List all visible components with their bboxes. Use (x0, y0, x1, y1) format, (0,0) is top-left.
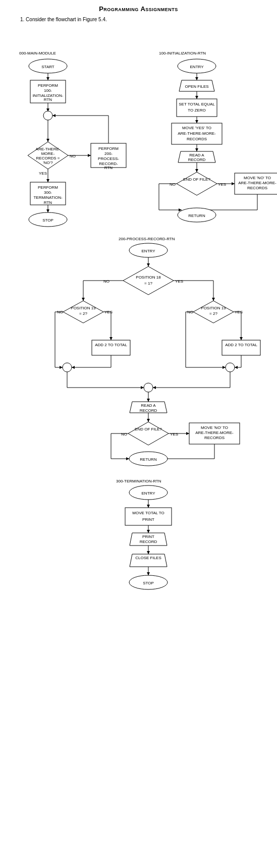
svg-marker-148 (147, 419, 150, 422)
svg-text:MORE-: MORE- (41, 151, 55, 156)
svg-point-9 (43, 111, 52, 120)
module4-label: 300-TERMINATION-RTN (116, 479, 161, 483)
svg-text:RECORDS =: RECORDS = (36, 156, 60, 160)
svg-marker-70 (232, 182, 235, 185)
svg-marker-123 (60, 366, 63, 369)
svg-marker-141 (153, 386, 156, 389)
svg-text:RECORDS: RECORDS (247, 186, 267, 190)
svg-text:MOVE TOTAL TO: MOVE TOTAL TO (132, 511, 164, 515)
svg-marker-38 (46, 209, 49, 212)
svg-marker-176 (147, 530, 150, 533)
svg-text:ADD 2 TO TOTAL: ADD 2 TO TOTAL (225, 343, 257, 347)
svg-marker-134 (235, 366, 238, 369)
svg-text:ARE-THERE-MORE-: ARE-THERE-MORE- (238, 181, 276, 185)
svg-text:ARE-THERE-: ARE-THERE- (36, 147, 61, 151)
svg-text:STOP: STOP (143, 581, 154, 585)
svg-text:NO: NO (121, 432, 127, 437)
svg-text:SET TOTAL EQUAL: SET TOTAL EQUAL (179, 102, 215, 106)
svg-text:OPEN FILES: OPEN FILES (185, 84, 208, 89)
svg-text:POSITION 19: POSITION 19 (71, 306, 96, 310)
svg-text:TO ZERO: TO ZERO (188, 108, 205, 113)
start-label: START (41, 65, 54, 69)
module2-label: 100-INITIALIZATION-RTN (159, 51, 206, 56)
svg-text:PRINT: PRINT (142, 517, 154, 522)
svg-text:ADD 2 TO TOTAL: ADD 2 TO TOTAL (95, 343, 127, 347)
svg-text:YES: YES (218, 182, 226, 187)
svg-text:RETURN: RETURN (140, 457, 157, 462)
svg-marker-181 (147, 551, 150, 554)
svg-text:PROCESS-: PROCESS- (98, 156, 119, 161)
module1-label: 000-MAIN-MODULE (19, 51, 56, 56)
svg-text:= 1?: = 1? (144, 281, 152, 286)
svg-text:END OF FILE?: END OF FILE? (135, 427, 162, 431)
svg-text:100-: 100- (44, 88, 52, 93)
svg-text:YES: YES (175, 279, 183, 284)
svg-point-127 (226, 363, 235, 372)
svg-text:STOP: STOP (42, 218, 53, 223)
svg-marker-103 (212, 298, 215, 301)
svg-text:RTN: RTN (104, 166, 113, 170)
svg-text:YES: YES (39, 171, 47, 176)
svg-text:CLOSE FILES: CLOSE FILES (135, 556, 161, 560)
svg-text:ENTRY: ENTRY (190, 65, 204, 69)
svg-text:MOVE 'NO' TO: MOVE 'NO' TO (201, 425, 228, 430)
svg-text:RECORD: RECORD (140, 408, 157, 413)
svg-text:READ A: READ A (141, 403, 156, 408)
svg-marker-126 (72, 366, 75, 369)
svg-marker-171 (147, 505, 150, 508)
svg-text:= 2?: = 2? (209, 311, 217, 316)
svg-text:RECORDS: RECORDS (187, 137, 207, 141)
svg-marker-11 (46, 139, 49, 142)
svg-marker-59 (195, 148, 198, 151)
svg-marker-131 (223, 366, 226, 369)
svg-text:RECORD: RECORD (140, 539, 157, 544)
svg-text:RETURN: RETURN (188, 213, 205, 218)
svg-text:RTN: RTN (44, 200, 52, 205)
svg-text:MOVE 'NO' TO: MOVE 'NO' TO (244, 176, 271, 180)
svg-marker-19 (88, 154, 91, 157)
svg-text:ENTRY: ENTRY (142, 491, 156, 496)
svg-marker-64 (195, 169, 198, 172)
svg-text:200-: 200- (104, 151, 113, 156)
svg-text:READ A: READ A (189, 153, 204, 157)
module3-label: 200-PROCESS-RECORD-RTN (119, 237, 175, 241)
svg-text:POSITION 19: POSITION 19 (201, 306, 226, 310)
svg-text:END OF FILE?: END OF FILE? (183, 177, 210, 182)
svg-marker-149 (128, 422, 169, 445)
svg-text:ARE-THERE-MORE-: ARE-THERE-MORE- (178, 131, 216, 136)
svg-marker-138 (141, 386, 144, 389)
svg-text:YES: YES (170, 432, 178, 437)
svg-marker-31 (46, 179, 49, 182)
svg-text:PERFORM: PERFORM (38, 185, 58, 190)
svg-text:TERMINATION-: TERMINATION- (33, 195, 63, 200)
svg-text:NO: NO (70, 154, 76, 158)
svg-marker-87 (147, 263, 150, 266)
svg-marker-111 (109, 337, 113, 340)
svg-text:POSITION 18: POSITION 18 (136, 275, 161, 280)
svg-marker-44 (195, 77, 198, 80)
svg-marker-28 (52, 114, 56, 117)
svg-text:ENTRY: ENTRY (142, 249, 156, 253)
svg-text:PRINT: PRINT (142, 534, 154, 539)
page-title: Programming Assignments (10, 5, 267, 13)
svg-marker-95 (82, 298, 85, 301)
svg-text:RECORDS: RECORDS (204, 436, 225, 440)
svg-marker-143 (147, 399, 150, 402)
svg-point-119 (63, 363, 72, 372)
svg-marker-185 (147, 572, 150, 575)
svg-text:PERFORM: PERFORM (98, 146, 119, 151)
svg-text:300-: 300- (44, 190, 52, 195)
flowchart-svg: 000-MAIN-MODULE START PERFORM 100- INITI… (10, 28, 277, 868)
svg-marker-48 (195, 96, 198, 99)
svg-marker-116 (240, 337, 243, 340)
svg-text:RTN: RTN (44, 97, 52, 102)
svg-text:NO: NO (170, 182, 176, 187)
flowchart-container: 000-MAIN-MODULE START PERFORM 100- INITI… (10, 28, 267, 868)
svg-text:'NO'?: 'NO'? (43, 160, 53, 165)
svg-text:MOVE 'YES' TO: MOVE 'YES' TO (182, 126, 211, 130)
svg-marker-165 (126, 457, 129, 460)
svg-marker-65 (177, 172, 217, 195)
svg-marker-53 (195, 120, 198, 123)
svg-text:ARE-THERE-MORE-: ARE-THERE-MORE- (195, 430, 234, 435)
svg-marker-88 (123, 266, 174, 295)
